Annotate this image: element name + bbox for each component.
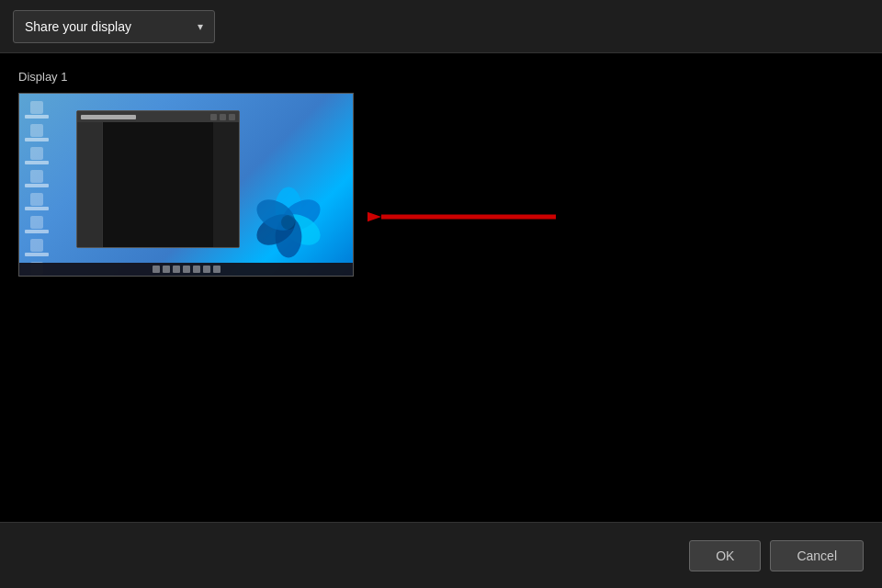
taskbar-icon bbox=[203, 266, 210, 273]
taskbar-icons bbox=[153, 266, 220, 273]
desktop-icon bbox=[24, 147, 50, 167]
share-display-dropdown[interactable]: Share your display ▾ bbox=[13, 10, 215, 43]
windows11-logo bbox=[252, 186, 325, 259]
bottom-bar: OK Cancel bbox=[0, 522, 882, 588]
inner-dialog-window bbox=[76, 110, 240, 248]
window-title-bar bbox=[81, 115, 136, 119]
taskbar-icon bbox=[163, 266, 170, 273]
inner-window-titlebar bbox=[77, 111, 239, 122]
maximize-button bbox=[220, 114, 226, 120]
desktop-icon bbox=[24, 124, 50, 144]
top-bar: Share your display ▾ bbox=[0, 0, 882, 53]
chevron-down-icon: ▾ bbox=[198, 20, 203, 33]
taskbar-icon bbox=[213, 266, 220, 273]
desktop-background bbox=[19, 94, 353, 276]
main-content: Display 1 bbox=[0, 53, 882, 522]
taskbar-icon bbox=[173, 266, 180, 273]
red-arrow-icon bbox=[368, 198, 560, 235]
inner-left-panel bbox=[77, 122, 103, 248]
window-controls bbox=[210, 114, 235, 120]
desktop-icon bbox=[24, 101, 50, 121]
dropdown-label: Share your display bbox=[25, 19, 188, 34]
desktop-icon bbox=[24, 170, 50, 190]
inner-center-panel bbox=[103, 122, 213, 248]
desktop-icon bbox=[24, 239, 50, 259]
taskbar-icon bbox=[153, 266, 160, 273]
taskbar bbox=[19, 263, 353, 276]
svg-point-6 bbox=[281, 215, 296, 230]
taskbar-icon bbox=[183, 266, 190, 273]
desktop-icons bbox=[24, 101, 50, 277]
cancel-button[interactable]: Cancel bbox=[770, 540, 864, 571]
taskbar-icon bbox=[193, 266, 200, 273]
minimize-button bbox=[210, 114, 217, 120]
close-button bbox=[229, 114, 235, 120]
ok-button[interactable]: OK bbox=[689, 540, 761, 571]
inner-right-panel bbox=[213, 122, 239, 248]
display-1-thumbnail[interactable] bbox=[18, 93, 354, 277]
inner-window-content bbox=[77, 122, 239, 248]
display-label: Display 1 bbox=[18, 70, 864, 84]
desktop-icon bbox=[24, 216, 50, 236]
desktop-icon bbox=[24, 193, 50, 213]
